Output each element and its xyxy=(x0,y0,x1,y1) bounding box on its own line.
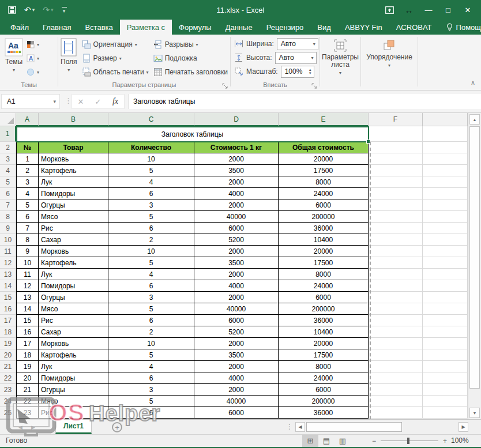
table-cell[interactable]: 36000 xyxy=(279,407,369,419)
orientation-button[interactable]: Ориентация▾ xyxy=(82,39,149,50)
row-header-11[interactable]: 11 xyxy=(0,246,16,257)
table-cell[interactable]: 20000 xyxy=(279,153,369,165)
table-cell[interactable]: 2 xyxy=(108,326,194,338)
cell-partial-25[interactable] xyxy=(423,407,468,419)
table-header-cell[interactable]: Стоимость 1 кг xyxy=(194,142,279,153)
cell-partial-12[interactable] xyxy=(423,257,468,269)
column-header-D[interactable]: D xyxy=(194,113,279,126)
table-cell[interactable]: 8000 xyxy=(279,361,369,372)
table-cell[interactable]: 12 xyxy=(16,280,39,292)
previous-sheet-button[interactable]: ◀ xyxy=(18,420,22,434)
table-cell[interactable]: 22 xyxy=(16,396,39,407)
cell-F16[interactable] xyxy=(369,303,423,315)
table-cell[interactable]: 5 xyxy=(16,199,39,211)
table-cell[interactable]: Помидоры xyxy=(39,188,108,199)
row-header-3[interactable]: 3 xyxy=(0,153,16,165)
table-cell[interactable]: 5 xyxy=(108,257,194,269)
cell-F8[interactable] xyxy=(369,211,423,223)
table-cell[interactable]: 10400 xyxy=(279,326,369,338)
theme-fonts-button[interactable]: A▾ xyxy=(27,52,39,64)
ribbon-tab-3[interactable]: Разметка с xyxy=(120,20,172,35)
cell-partial-21[interactable] xyxy=(423,361,468,372)
row-header-17[interactable]: 17 xyxy=(0,315,16,326)
cell-partial-13[interactable] xyxy=(423,269,468,280)
table-cell[interactable]: 5200 xyxy=(194,234,279,246)
table-cell[interactable]: 4000 xyxy=(194,188,279,199)
table-cell[interactable]: 6 xyxy=(108,315,194,326)
cell-F18[interactable] xyxy=(369,326,423,338)
ribbon-display-options-button[interactable] xyxy=(379,0,399,20)
table-cell[interactable]: 5 xyxy=(108,303,194,315)
row-header-21[interactable]: 21 xyxy=(0,361,16,372)
row-header-23[interactable]: 23 xyxy=(0,384,16,396)
resize-horizontal-button[interactable]: ↔ xyxy=(399,0,419,20)
table-cell[interactable]: Мясо xyxy=(39,396,108,407)
name-box[interactable]: A1▾ xyxy=(1,94,60,109)
table-cell[interactable]: 19 xyxy=(16,361,39,372)
cell-F19[interactable] xyxy=(369,338,423,349)
table-cell[interactable]: 1 xyxy=(16,153,39,165)
page-layout-view-button[interactable]: ▤ xyxy=(318,435,335,447)
table-cell[interactable]: 2 xyxy=(108,234,194,246)
select-all-button[interactable] xyxy=(0,113,16,126)
table-cell[interactable]: 200000 xyxy=(279,211,369,223)
cell-F1[interactable] xyxy=(369,126,423,142)
ribbon-tab-0[interactable]: Файл xyxy=(3,20,36,35)
table-cell[interactable]: 24000 xyxy=(279,372,369,384)
zoom-slider-thumb[interactable] xyxy=(407,438,409,444)
ribbon-tab-4[interactable]: Формулы xyxy=(172,20,219,35)
scroll-right-button[interactable]: ▶ xyxy=(459,422,468,432)
table-cell[interactable]: 4 xyxy=(108,176,194,188)
cell-F6[interactable] xyxy=(369,188,423,199)
table-cell[interactable]: Картофель xyxy=(39,165,108,176)
table-cell[interactable]: 200000 xyxy=(279,303,369,315)
table-header-cell[interactable]: № xyxy=(16,142,39,153)
cell-partial-4[interactable] xyxy=(423,165,468,176)
table-cell[interactable]: 15 xyxy=(16,315,39,326)
row-header-5[interactable]: 5 xyxy=(0,176,16,188)
background-button[interactable]: Подложка xyxy=(153,52,228,64)
table-cell[interactable]: 2000 xyxy=(194,384,279,396)
column-header-E[interactable]: E xyxy=(279,113,369,126)
table-cell[interactable]: Сахар xyxy=(39,234,108,246)
cell-partial-15[interactable] xyxy=(423,292,468,303)
row-header-15[interactable]: 15 xyxy=(0,292,16,303)
table-cell[interactable]: 40000 xyxy=(194,303,279,315)
row-header-1[interactable]: 1 xyxy=(0,126,16,142)
row-header-14[interactable]: 14 xyxy=(0,280,16,292)
table-cell[interactable]: Лук xyxy=(39,269,108,280)
breaks-button[interactable]: Разрывы▾ xyxy=(153,39,228,50)
table-cell[interactable]: 3 xyxy=(16,176,39,188)
cell-partial-24[interactable] xyxy=(423,396,468,407)
table-cell[interactable]: 10 xyxy=(108,246,194,257)
table-cell[interactable]: Лук xyxy=(39,361,108,372)
table-cell[interactable]: 11 xyxy=(16,269,39,280)
table-header-cell[interactable]: Общая стоимость xyxy=(279,142,369,153)
cell-F12[interactable] xyxy=(369,257,423,269)
row-header-20[interactable]: 20 xyxy=(0,349,16,361)
row-header-12[interactable]: 12 xyxy=(0,257,16,269)
cell-F2[interactable] xyxy=(369,142,423,153)
maximize-button[interactable]: □ xyxy=(438,0,458,20)
table-cell[interactable]: 20000 xyxy=(279,246,369,257)
insert-function-button[interactable]: fx xyxy=(107,94,124,109)
row-header-22[interactable]: 22 xyxy=(0,372,16,384)
cell-partial-8[interactable] xyxy=(423,211,468,223)
row-header-2[interactable]: 2 xyxy=(0,142,16,153)
table-cell[interactable]: 5 xyxy=(108,349,194,361)
table-cell[interactable]: 200000 xyxy=(279,396,369,407)
cell-F21[interactable] xyxy=(369,361,423,372)
cell-F11[interactable] xyxy=(369,246,423,257)
zoom-slider[interactable] xyxy=(381,435,438,447)
cell-F24[interactable] xyxy=(369,396,423,407)
table-cell[interactable]: Мясо xyxy=(39,211,108,223)
table-cell[interactable]: 10 xyxy=(16,257,39,269)
height-combobox[interactable]: Авто▾ xyxy=(275,52,317,64)
table-cell[interactable]: Лук xyxy=(39,176,108,188)
table-cell[interactable]: 4 xyxy=(108,361,194,372)
enter-entry-button[interactable]: ✓ xyxy=(89,94,107,109)
table-cell[interactable]: Огурцы xyxy=(39,199,108,211)
table-cell[interactable]: Морковь xyxy=(39,246,108,257)
table-cell[interactable]: 4 xyxy=(16,188,39,199)
print-titles-button[interactable]: Печатать заголовки xyxy=(153,66,228,78)
